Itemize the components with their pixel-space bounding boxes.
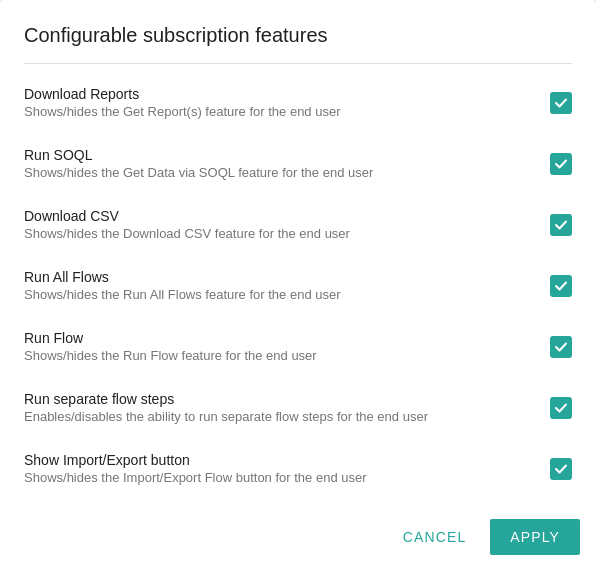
feature-text: Show Import/Export button Shows/hides th… (24, 452, 534, 485)
checkbox-download-csv[interactable] (550, 214, 572, 236)
apply-button[interactable]: APPLY (490, 519, 580, 555)
feature-list: Download Reports Shows/hides the Get Rep… (0, 64, 596, 507)
cancel-button[interactable]: CANCEL (387, 521, 483, 553)
dialog-actions: CANCEL APPLY (0, 507, 596, 565)
feature-desc: Shows/hides the Run Flow feature for the… (24, 348, 534, 363)
checkbox-run-flow[interactable] (550, 336, 572, 358)
feature-text: Download CSV Shows/hides the Download CS… (24, 208, 534, 241)
feature-name: Download Reports (24, 86, 534, 102)
feature-name: Run All Flows (24, 269, 534, 285)
dialog: Configurable subscription features Downl… (0, 0, 596, 565)
feature-item-run-all-flows: Run All Flows Shows/hides the Run All Fl… (0, 255, 596, 316)
feature-item-show-import-export-button: Show Import/Export button Shows/hides th… (0, 438, 596, 499)
feature-name: Run separate flow steps (24, 391, 534, 407)
feature-desc: Enables/disables the ability to run sepa… (24, 409, 534, 424)
checkbox-container[interactable] (550, 458, 572, 480)
checkbox-container[interactable] (550, 336, 572, 358)
checkbox-container[interactable] (550, 275, 572, 297)
feature-desc: Shows/hides the Get Report(s) feature fo… (24, 104, 534, 119)
feature-item-run-soql: Run SOQL Shows/hides the Get Data via SO… (0, 133, 596, 194)
checkbox-run-separate-flow-steps[interactable] (550, 397, 572, 419)
feature-item-run-flow: Run Flow Shows/hides the Run Flow featur… (0, 316, 596, 377)
feature-desc: Shows/hides the Run All Flows feature fo… (24, 287, 534, 302)
feature-text: Run Flow Shows/hides the Run Flow featur… (24, 330, 534, 363)
checkbox-show-import-export-button[interactable] (550, 458, 572, 480)
checkbox-run-all-flows[interactable] (550, 275, 572, 297)
feature-item-download-reports: Download Reports Shows/hides the Get Rep… (0, 72, 596, 133)
checkbox-container[interactable] (550, 214, 572, 236)
checkbox-download-reports[interactable] (550, 92, 572, 114)
feature-name: Download CSV (24, 208, 534, 224)
feature-name: Run SOQL (24, 147, 534, 163)
feature-text: Run separate flow steps Enables/disables… (24, 391, 534, 424)
checkbox-container[interactable] (550, 153, 572, 175)
feature-name: Run Flow (24, 330, 534, 346)
feature-desc: Shows/hides the Get Data via SOQL featur… (24, 165, 534, 180)
feature-name: Show Import/Export button (24, 452, 534, 468)
feature-item-download-csv: Download CSV Shows/hides the Download CS… (0, 194, 596, 255)
feature-text: Run SOQL Shows/hides the Get Data via SO… (24, 147, 534, 180)
feature-desc: Shows/hides the Download CSV feature for… (24, 226, 534, 241)
feature-item-run-separate-flow-steps: Run separate flow steps Enables/disables… (0, 377, 596, 438)
checkbox-run-soql[interactable] (550, 153, 572, 175)
feature-text: Download Reports Shows/hides the Get Rep… (24, 86, 534, 119)
dialog-title: Configurable subscription features (0, 0, 596, 63)
feature-text: Run All Flows Shows/hides the Run All Fl… (24, 269, 534, 302)
feature-desc: Shows/hides the Import/Export Flow butto… (24, 470, 534, 485)
checkbox-container[interactable] (550, 397, 572, 419)
checkbox-container[interactable] (550, 92, 572, 114)
